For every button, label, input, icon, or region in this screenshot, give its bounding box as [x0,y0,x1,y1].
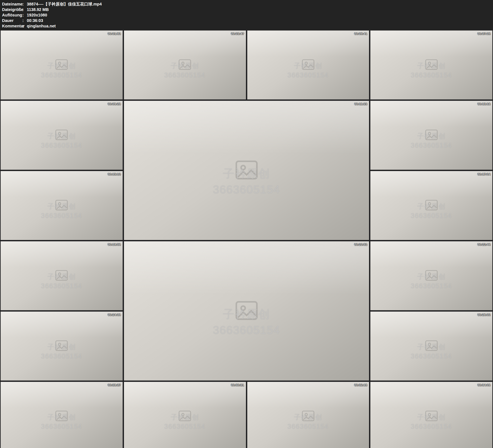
video-frame-thumbnail: 子衿原创 3663605154 00:01:53 [0,31,123,100]
photo-placeholder-icon [424,128,439,143]
timecode-overlay: 00:28:27 [108,383,121,387]
photo-placeholder-icon [301,409,315,424]
timecode-overlay: 00:01:53 [108,32,121,35]
video-frame-thumbnail: 子衿原创 3663605154 00:05:41 [247,31,369,100]
photo-placeholder-icon [424,57,439,73]
metadata-separator: : [22,23,27,29]
metadata-row: Dauer : 00:36:03 [2,18,491,23]
metadata-label: Kommentar [2,23,22,29]
timecode-overlay: 00:03:47 [231,32,244,35]
metadata-value: qinglanhua.net [27,23,491,29]
photo-placeholder-icon [54,198,69,213]
video-frame-thumbnail: 子衿原创 3663605154 00:28:27 [0,382,123,448]
timecode-overlay: 00:32:15 [354,383,367,387]
photo-placeholder-icon [54,128,69,143]
timecode-overlay: 00:34:09 [478,383,491,387]
video-frame-thumbnail: 子衿原创 3663605154 00:17:04 [370,171,493,240]
video-frame-thumbnail: 子衿原创 3663605154 00:09:29 [0,101,123,170]
timecode-overlay: 00:26:33 [478,313,491,316]
photo-placeholder-icon [301,57,315,73]
timecode-overlay: 00:07:35 [478,32,491,35]
metadata-label: Dateigröße [2,7,22,12]
frame-placeholder [370,101,493,170]
frame-placeholder [0,31,123,100]
metadata-value: 1138.92 MB [27,7,491,12]
metadata-separator: : [22,7,27,12]
photo-placeholder-icon [178,409,192,424]
frame-placeholder [247,382,369,448]
frame-placeholder [370,382,493,448]
timecode-overlay: 00:11:23 [354,102,367,106]
frame-placeholder [0,312,123,381]
metadata-label: Dauer [2,18,22,23]
photo-placeholder-icon [234,298,260,324]
metadata-label: Auflösung [2,12,22,18]
metadata-row: Kommentar : qinglanhua.net [2,23,491,29]
file-metadata-header: Dateiname : 38874----【子衿原创】佳佳五花口球.mp4 Da… [0,0,493,31]
frame-placeholder [370,31,493,100]
timecode-overlay: 00:13:16 [478,102,491,106]
video-contact-sheet: Dateiname : 38874----【子衿原创】佳佳五花口球.mp4 Da… [0,0,493,448]
video-frame-thumbnail: 子衿原创 3663605154 00:22:46 [370,241,493,310]
timecode-overlay: 00:18:58 [108,243,121,246]
video-frame-thumbnail: 子衿原创 3663605154 00:30:21 [124,382,246,448]
frame-placeholder [124,101,369,240]
metadata-separator: : [22,12,27,18]
frame-placeholder [124,241,369,381]
timecode-overlay: 00:24:39 [108,313,121,316]
metadata-separator: : [22,18,27,23]
metadata-value: 1920x1080 [27,12,491,18]
frame-placeholder [0,171,123,240]
photo-placeholder-icon [234,157,260,184]
photo-placeholder-icon [424,409,439,424]
photo-placeholder-icon [54,57,69,73]
frame-placeholder [124,31,246,100]
metadata-separator: : [22,1,27,7]
frame-placeholder [0,241,123,310]
timecode-overlay: 00:17:04 [478,172,491,176]
metadata-label: Dateiname [2,1,22,7]
metadata-value: 38874----【子衿原创】佳佳五花口球.mp4 [27,1,491,7]
video-frame-thumbnail: 子衿原创 3663605154 00:26:33 [370,312,493,381]
video-frame-thumbnail: 子衿原创 3663605154 00:03:47 [124,31,246,100]
video-frame-thumbnail: 子衿原创 3663605154 00:11:23 [124,101,369,240]
video-frame-thumbnail: 子衿原创 3663605154 00:18:58 [0,241,123,310]
frame-placeholder [370,241,493,310]
video-frame-thumbnail: 子衿原创 3663605154 00:07:35 [370,31,493,100]
timecode-overlay: 00:09:29 [108,102,121,106]
frame-placeholder [370,312,493,381]
metadata-row: Dateiname : 38874----【子衿原创】佳佳五花口球.mp4 [2,1,491,7]
frame-placeholder [247,31,369,100]
video-frame-thumbnail: 子衿原创 3663605154 00:15:10 [0,171,123,240]
timecode-overlay: 00:22:46 [478,243,491,246]
metadata-value: 00:36:03 [27,18,491,23]
timecode-overlay: 00:15:10 [108,172,121,176]
metadata-row: Auflösung : 1920x1080 [2,12,491,18]
video-frame-thumbnail: 子衿原创 3663605154 00:34:09 [370,382,493,448]
photo-placeholder-icon [424,198,439,213]
photo-placeholder-icon [424,268,439,283]
photo-placeholder-icon [54,268,69,283]
metadata-row: Dateigröße : 1138.92 MB [2,7,491,12]
timecode-overlay: 00:05:41 [354,32,367,35]
frame-placeholder [124,382,246,448]
timecode-overlay: 00:30:21 [231,383,244,387]
photo-placeholder-icon [178,57,192,73]
photo-placeholder-icon [424,338,439,354]
frame-placeholder [0,382,123,448]
thumbnail-grid: 子衿原创 3663605154 00:01:53 子衿原创 3663605154 [0,31,493,448]
frame-placeholder [370,171,493,240]
video-frame-thumbnail: 子衿原创 3663605154 00:13:16 [370,101,493,170]
frame-placeholder [0,101,123,170]
video-frame-thumbnail: 子衿原创 3663605154 00:32:15 [247,382,369,448]
video-frame-thumbnail: 子衿原创 3663605154 00:24:39 [0,312,123,381]
video-frame-thumbnail: 子衿原创 3663605154 00:20:52 [124,241,369,381]
timecode-overlay: 00:20:52 [354,243,367,246]
photo-placeholder-icon [54,338,69,354]
photo-placeholder-icon [54,409,69,424]
